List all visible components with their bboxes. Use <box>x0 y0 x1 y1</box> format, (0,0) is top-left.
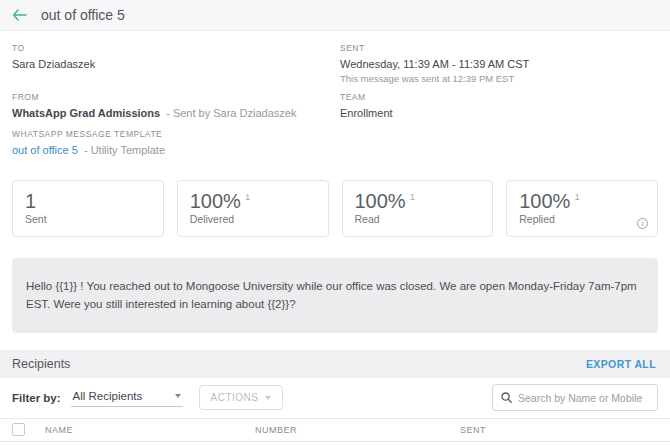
from-value: WhatsApp Grad Admissions - Sent by Sara … <box>12 106 340 120</box>
recipients-filter-dropdown[interactable]: All Recipients <box>71 388 183 407</box>
stat-count: 1 <box>574 191 579 202</box>
field-sent: SENT Wednesday, 11:39 AM - 11:39 AM CST … <box>340 43 658 84</box>
top-bar: out of office 5 <box>0 0 670 31</box>
page-title: out of office 5 <box>41 7 125 23</box>
stat-card-replied: 100%1 Replied i <box>506 180 658 237</box>
template-value: out of office 5 - Utility Template <box>12 143 340 157</box>
template-link[interactable]: out of office 5 <box>12 144 78 156</box>
stat-card-delivered: 100%1 Delivered <box>177 180 329 237</box>
field-team: TEAM Enrollment <box>340 92 658 120</box>
field-template: WHATSAPP MESSAGE TEMPLATE out of office … <box>12 129 340 157</box>
export-all-button[interactable]: EXPORT ALL <box>586 358 656 370</box>
filter-selected-value: All Recipients <box>73 390 143 402</box>
search-icon <box>501 392 512 403</box>
field-from: FROM WhatsApp Grad Admissions - Sent by … <box>12 92 340 120</box>
stat-card-read: 100%1 Read <box>342 180 494 237</box>
field-to: TO Sara Dziadaszek <box>12 43 340 84</box>
chevron-down-icon <box>175 394 181 398</box>
sent-label: SENT <box>340 43 658 53</box>
to-label: TO <box>12 43 340 53</box>
recipients-header: Recipients EXPORT ALL <box>0 350 670 378</box>
stat-label: Replied <box>519 213 645 225</box>
sent-note: This message was sent at 12:39 PM EST <box>340 73 658 84</box>
stat-value: 100% <box>519 190 570 212</box>
column-header-number: NUMBER <box>255 425 460 435</box>
team-label: TEAM <box>340 92 658 102</box>
from-sender: WhatsApp Grad Admissions <box>12 107 160 119</box>
stat-label: Delivered <box>190 213 316 225</box>
template-label: WHATSAPP MESSAGE TEMPLATE <box>12 129 340 139</box>
message-details: TO Sara Dziadaszek SENT Wednesday, 11:39… <box>0 31 670 163</box>
template-suffix: - Utility Template <box>84 144 165 156</box>
chevron-down-icon <box>265 396 271 400</box>
column-header-sent: SENT <box>460 425 670 435</box>
info-circle-icon[interactable]: i <box>637 218 648 229</box>
team-value: Enrollment <box>340 106 658 120</box>
table-header-row: NAME NUMBER SENT <box>0 418 670 442</box>
to-value: Sara Dziadaszek <box>12 57 340 71</box>
stat-value: 1 <box>25 190 36 212</box>
column-header-name: NAME <box>45 425 255 435</box>
actions-label: ACTIONS <box>211 392 259 403</box>
stat-value: 100% <box>190 190 241 212</box>
recipient-search[interactable] <box>492 384 658 411</box>
message-body: Hello {{1}} ! You reached out to Mongoos… <box>12 258 658 333</box>
stat-card-sent: 1 Sent <box>12 180 164 237</box>
select-all-checkbox[interactable] <box>12 423 25 436</box>
filter-by-label: Filter by: <box>12 392 61 404</box>
search-input[interactable] <box>518 392 649 404</box>
stat-count: 1 <box>410 191 415 202</box>
recipients-title: Recipients <box>12 357 70 371</box>
actions-button[interactable]: ACTIONS <box>199 385 283 410</box>
stat-label: Read <box>355 213 481 225</box>
arrow-left-icon <box>12 9 27 21</box>
from-suffix: - Sent by Sara Dziadaszek <box>166 107 296 119</box>
stat-value: 100% <box>355 190 406 212</box>
stat-count: 1 <box>245 191 250 202</box>
stat-label: Sent <box>25 213 151 225</box>
stats-row: 1 Sent 100%1 Delivered 100%1 Read 100%1 … <box>12 180 658 237</box>
filter-row: Filter by: All Recipients ACTIONS <box>0 378 670 418</box>
from-label: FROM <box>12 92 340 102</box>
recipients-section: Recipients EXPORT ALL Filter by: All Rec… <box>0 350 670 445</box>
back-button[interactable] <box>12 5 32 25</box>
sent-value: Wednesday, 11:39 AM - 11:39 AM CST <box>340 57 658 71</box>
